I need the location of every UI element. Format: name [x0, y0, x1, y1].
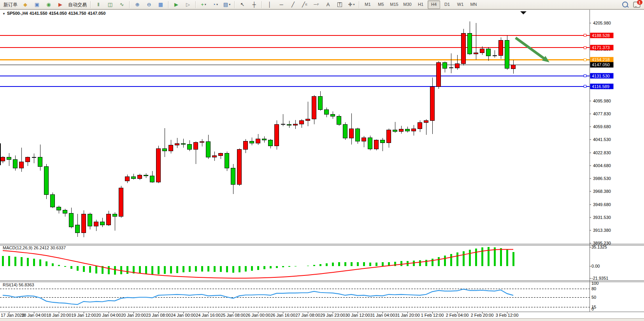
macd-label: MACD(12,26,9) 26.2412 30.6337: [3, 245, 66, 250]
candle-body: [194, 142, 198, 150]
toolbar-separator: [195, 1, 196, 8]
tile-windows-icon[interactable]: ▦: [155, 0, 166, 9]
ohlc-close: 4147.050: [88, 11, 105, 16]
time-tick-label: 17 Jan 2023: [1, 313, 25, 317]
candle-body: [511, 65, 516, 69]
tf-mn[interactable]: MN: [467, 0, 480, 9]
tf-h1[interactable]: H1: [414, 0, 427, 9]
candle-body: [306, 119, 310, 121]
candle-body: [113, 214, 117, 216]
candle-body: [399, 129, 404, 131]
terminal-icon[interactable]: ▣: [32, 0, 42, 9]
price-tick-label: 3949.680: [593, 202, 611, 207]
tf-h4[interactable]: H4: [428, 0, 440, 9]
candle-body: [312, 96, 316, 119]
chat-icon[interactable]: 1: [631, 0, 642, 9]
tf-m15[interactable]: M15: [388, 0, 400, 9]
time-tick-label: 2 Feb 20:00: [471, 313, 494, 317]
collapse-ohlc-icon[interactable]: ▼: [2, 12, 5, 16]
candle-body: [250, 141, 254, 143]
candle-body: [100, 222, 105, 225]
price-badge-label: 4188.528: [592, 33, 610, 38]
rsi-axis-label: 80: [591, 286, 596, 291]
price-chart[interactable]: 4205.9804187.8304169.1304150.9804132.830…: [0, 10, 644, 319]
tf-m30[interactable]: M30: [401, 0, 414, 9]
candle-body: [300, 121, 304, 124]
cursor-icon[interactable]: ↖: [237, 0, 248, 9]
line-handle: [584, 75, 586, 77]
tf-w1[interactable]: W1: [454, 0, 467, 9]
candle-body: [443, 63, 447, 68]
time-tick-label: 29 Jan 23:00: [320, 313, 345, 317]
candlestick-chart-icon[interactable]: ◫: [105, 0, 116, 9]
autotrading-icon[interactable]: ▶: [55, 0, 66, 9]
candle-body: [200, 141, 204, 142]
candle-body: [318, 96, 323, 109]
candle-body: [57, 207, 61, 210]
zoom-in-icon[interactable]: ⊕: [132, 0, 143, 9]
indicators-icon[interactable]: +▾: [198, 0, 209, 9]
candle-body: [418, 122, 422, 129]
candle-body: [125, 177, 130, 181]
line-chart-icon[interactable]: ∿: [116, 0, 127, 9]
candle-body: [107, 214, 111, 225]
macd-axis-label: -21.9351: [591, 276, 608, 280]
candle-body: [175, 143, 179, 145]
candle-body: [132, 177, 136, 179]
zoom-out-icon[interactable]: ⊖: [144, 0, 154, 9]
fibonacci-icon[interactable]: ┄F: [311, 0, 322, 9]
time-tick-label: 26 Jan 16:00: [270, 313, 295, 317]
text-label-icon[interactable]: T: [334, 0, 345, 9]
candle-doji: [449, 67, 453, 68]
new-order-icon[interactable]: ◆: [20, 0, 31, 9]
candle-body: [262, 139, 267, 140]
time-tick-label: 26 Jan 00:00: [246, 313, 270, 317]
candle-body: [356, 129, 360, 141]
price-tick-label: 3913.380: [593, 228, 611, 233]
horizontal-line-icon[interactable]: ─: [276, 0, 287, 9]
text-icon[interactable]: A: [323, 0, 333, 9]
ohlc-high: 4154.050: [49, 11, 67, 16]
candle-body: [163, 148, 167, 151]
candle-body: [331, 115, 335, 116]
candle-body: [169, 145, 173, 151]
candle-body: [212, 155, 217, 157]
candle-body: [387, 130, 391, 143]
equidistant-channel-icon[interactable]: ╱E: [299, 0, 310, 9]
rsi-axis-label: 50: [591, 295, 596, 300]
time-tick-label: 24 Jan 16:00: [196, 313, 221, 317]
candle-body: [1, 157, 5, 161]
search-icon[interactable]: [619, 0, 630, 9]
autoscroll-icon[interactable]: ▶: [171, 0, 182, 9]
periods-icon[interactable]: ◔▾: [210, 0, 221, 9]
candle-body: [256, 139, 260, 143]
time-tick-label: 23 Jan 08:00: [146, 313, 171, 317]
rsi-axis-label: 100: [591, 281, 598, 286]
trendline-icon[interactable]: ╱: [288, 0, 298, 9]
candle-body: [424, 120, 428, 122]
mt4-terminal: 新订单◆▣◉▶自动交易‖◫∿⊕⊖▦▶▷+▾◔▾▤▾↖┼│─╱╱E┄FAT✚▾M1…: [0, 0, 644, 321]
line-handle: [584, 85, 586, 88]
crosshair-icon[interactable]: ┼: [249, 0, 260, 9]
price-badge: 4171.373: [590, 45, 614, 50]
toolbar-separator: [261, 1, 262, 8]
rsi-label: RSI(14) 56.8363: [3, 282, 34, 287]
price-badge: 4147.050: [590, 62, 614, 67]
signals-icon[interactable]: ◉: [43, 0, 54, 9]
candle-body: [374, 140, 379, 149]
vertical-line-icon[interactable]: │: [264, 0, 275, 9]
time-tick-label: 30 Jan 12:00: [345, 313, 370, 317]
bar-chart-icon[interactable]: ‖: [93, 0, 104, 9]
candle-body: [181, 143, 186, 144]
chart-window[interactable]: ▼SP500-,H44141.5504154.0504134.7504147.0…: [0, 9, 644, 318]
tf-m1[interactable]: M1: [361, 0, 374, 9]
autotrading-button[interactable]: 自动交易: [67, 0, 88, 9]
clipped-candle: [0, 143, 1, 165]
tf-d1[interactable]: D1: [441, 0, 453, 9]
candle-body: [381, 140, 385, 143]
chart-shift-icon[interactable]: ▷: [182, 0, 193, 9]
arrows-icon[interactable]: ✚▾: [346, 0, 357, 9]
templates-icon[interactable]: ▤▾: [221, 0, 232, 9]
new-order-button[interactable]: 新订单: [2, 0, 19, 9]
tf-m5[interactable]: M5: [375, 0, 387, 9]
